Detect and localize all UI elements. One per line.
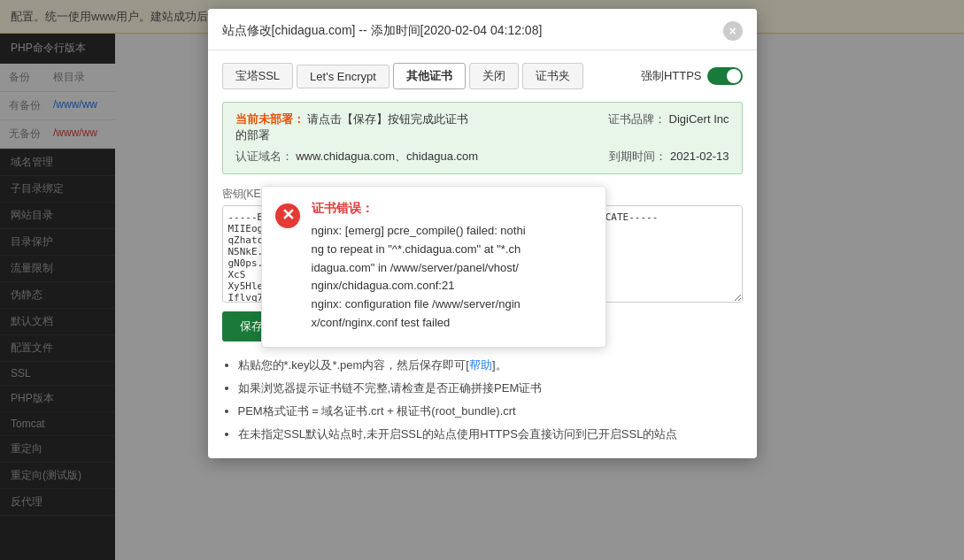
modal-close-button[interactable]: ×: [723, 21, 743, 41]
info-list-item-4: 在未指定SSL默认站点时,未开启SSL的站点使用HTTPS会直接访问到已开启SS…: [238, 423, 743, 446]
cert-expiry: 到期时间： 2021-02-13: [485, 149, 729, 165]
error-text: nginx: [emerg] pcre_compile() failed: no…: [312, 222, 590, 333]
cert-domain: 认证域名： www.chidagua.com、chidagua.com: [235, 149, 480, 165]
tab-baota-ssl[interactable]: 宝塔SSL: [222, 63, 294, 89]
cert-info-box: 当前未部署： 请点击【保存】按钮完成此证书的部署 证书品牌： DigiCert …: [222, 102, 743, 174]
https-toggle-switch[interactable]: [707, 67, 743, 85]
tab-lets-encrypt-label: Let's Encrypt: [310, 70, 376, 83]
modal-title: 站点修改[chidagua.com] -- 添加时间[2020-02-04 04…: [222, 23, 543, 39]
tab-close[interactable]: 关闭: [469, 63, 519, 89]
https-toggle-label: 强制HTTPS: [641, 68, 702, 84]
close-icon: ×: [729, 24, 736, 38]
info-list-item-2: 如果浏览器提示证书链不完整,请检查是否正确拼接PEM证书: [238, 377, 743, 400]
modal-header: 站点修改[chidagua.com] -- 添加时间[2020-02-04 04…: [208, 9, 757, 50]
modal-dialog: 站点修改[chidagua.com] -- 添加时间[2020-02-04 04…: [208, 9, 757, 458]
error-content: 证书错误： nginx: [emerg] pcre_compile() fail…: [312, 201, 590, 333]
cert-warning-label: 当前未部署：: [235, 112, 305, 126]
https-toggle-group: 强制HTTPS: [641, 67, 743, 85]
cert-domain-value: www.chidagua.com、chidagua.com: [296, 150, 478, 163]
error-icon: ✕: [274, 203, 301, 229]
modal-overlay: 站点修改[chidagua.com] -- 添加时间[2020-02-04 04…: [0, 0, 964, 560]
help-link[interactable]: 帮助: [469, 358, 492, 372]
info-list-item-1: 粘贴您的*.key以及*.pem内容，然后保存即可[帮助]。: [238, 354, 743, 377]
svg-text:✕: ✕: [281, 206, 294, 224]
tab-cert-folder-label: 证书夹: [536, 69, 570, 82]
error-popup: ✕ 证书错误： nginx: [emerg] pcre_compile() fa…: [261, 186, 606, 348]
error-title: 证书错误：: [312, 201, 590, 217]
cert-brand-value: DigiCert Inc: [669, 112, 729, 126]
tab-other-cert[interactable]: 其他证书: [393, 63, 466, 89]
cert-brand: 证书品牌： DigiCert Inc: [485, 111, 729, 143]
info-list: 粘贴您的*.key以及*.pem内容，然后保存即可[帮助]。 如果浏览器提示证书…: [222, 354, 743, 446]
cert-warning: 当前未部署： 请点击【保存】按钮完成此证书的部署: [235, 111, 480, 143]
tab-close-label: 关闭: [482, 69, 505, 82]
cert-brand-label: 证书品牌：: [608, 112, 666, 126]
cert-expiry-label: 到期时间：: [609, 150, 667, 163]
tab-baota-ssl-label: 宝塔SSL: [235, 69, 281, 82]
cert-expiry-value: 2021-02-13: [670, 150, 729, 163]
info-list-item-3: PEM格式证书 = 域名证书.crt + 根证书(root_bundle).cr…: [238, 400, 743, 423]
tab-lets-encrypt[interactable]: Let's Encrypt: [297, 65, 389, 88]
tab-row: 宝塔SSL Let's Encrypt 其他证书 关闭 证书夹 强制HTTPS: [222, 63, 743, 89]
tab-other-cert-label: 其他证书: [406, 69, 452, 82]
tab-cert-folder[interactable]: 证书夹: [522, 63, 583, 89]
cert-domain-label: 认证域名：: [235, 150, 293, 163]
